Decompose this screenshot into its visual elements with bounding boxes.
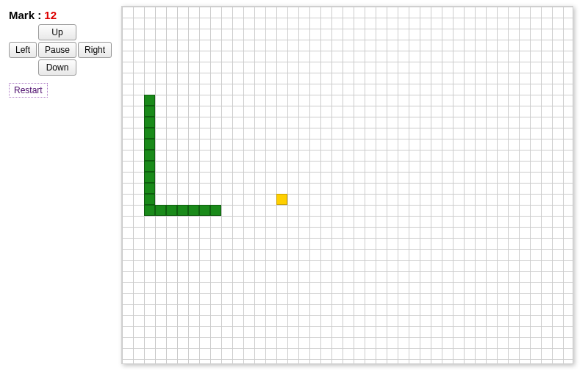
snake-segment (199, 205, 210, 216)
direction-pad: Up Left Pause Right Down (9, 24, 115, 76)
pause-button[interactable]: Pause (38, 42, 76, 58)
snake-segment (144, 150, 155, 161)
snake-segment (144, 183, 155, 194)
controls-panel: Mark : 12 Up Left Pause Right Down Resta… (9, 9, 115, 98)
snake-segment (144, 161, 155, 172)
down-button[interactable]: Down (38, 59, 76, 76)
score-label: Mark : (9, 9, 44, 21)
food (276, 194, 287, 205)
snake-segment (210, 205, 221, 216)
snake-segment (144, 205, 155, 216)
left-button[interactable]: Left (9, 42, 37, 58)
game-board[interactable] (121, 6, 573, 364)
right-button[interactable]: Right (78, 42, 112, 58)
snake-segment (144, 128, 155, 139)
snake-segment (166, 205, 177, 216)
restart-button[interactable]: Restart (9, 83, 48, 98)
snake-segment (155, 205, 166, 216)
game-grid (122, 7, 573, 363)
snake-segment (144, 139, 155, 150)
snake-segment (144, 117, 155, 128)
snake-segment (188, 205, 199, 216)
snake-segment (144, 106, 155, 117)
up-button[interactable]: Up (38, 24, 76, 40)
snake-segment (177, 205, 188, 216)
score-value: 12 (44, 9, 57, 21)
score-display: Mark : 12 (9, 9, 115, 21)
snake-segment (144, 95, 155, 106)
snake-segment (144, 172, 155, 183)
snake-segment (144, 194, 155, 205)
